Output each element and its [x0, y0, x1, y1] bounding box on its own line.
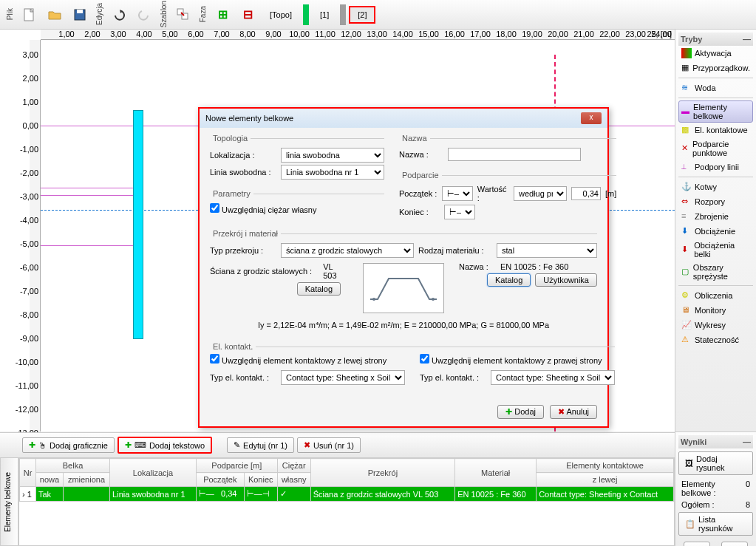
tryby-kotwy[interactable]: ⚓Kotwy	[678, 180, 753, 194]
usun-button[interactable]: ✖ Usuń (nr 1)	[297, 437, 361, 453]
th-przekroj[interactable]: Przekrój	[310, 459, 454, 487]
edytuj-button[interactable]: ✎ Edytuj (nr 1)	[227, 437, 294, 453]
th-podparcie[interactable]: Podparcie [m]	[196, 459, 277, 473]
ruler-unit: 25, [m]	[647, 30, 672, 38]
table-row[interactable]: › 1 Tak Linia swobodna nr 1 ⊢— 0,34 ⊢—⊣ …	[20, 487, 674, 502]
th-lokalizacja[interactable]: Lokalizacja	[110, 459, 197, 487]
phase-marker-2	[340, 4, 346, 25]
dialog-title-text: Nowe elementy belkowe	[205, 114, 293, 123]
th-nr[interactable]: Nr	[20, 459, 36, 487]
kontakt-typ-left-select[interactable]: Contact type: Sheeting x Soil	[281, 370, 405, 385]
koniec-select[interactable]: ⊢—⊣	[444, 205, 475, 219]
legend-topologia: Topologia	[210, 134, 251, 143]
tryby-elementy-belkowe[interactable]: ▬Elementy belkowe	[678, 100, 753, 123]
template-button[interactable]	[171, 3, 195, 27]
kontakt-typ-left-label: Typ el. kontakt. :	[210, 373, 276, 382]
kontakt-left-label[interactable]: Uwzględnij element kontaktowy z lewej st…	[210, 356, 386, 365]
tryby-obliczenia[interactable]: ⚙Obliczenia	[678, 288, 753, 303]
legend-kontakt: El. kontakt.	[210, 342, 256, 351]
open-file-button[interactable]	[43, 3, 67, 27]
mat-nazwa-value: EN 10025 : Fe 360	[500, 262, 568, 271]
tryby-statecznosc[interactable]: ⚠Stateczność	[678, 332, 753, 347]
tryby-aktywacja[interactable]: Aktywacja	[678, 46, 753, 61]
tryby-obszary-sprezyste[interactable]: ▢Obszary sprężyste	[678, 261, 753, 283]
print-bw-button[interactable]	[684, 542, 710, 546]
tab-1[interactable]: [1]	[312, 7, 337, 23]
template-label: Szablon	[160, 1, 168, 27]
lokalizacja-label: Lokalizacja :	[210, 151, 276, 160]
main-toolbar: Plik Edycja Szablon Faza ⊞ ⊟ [Topo] [1] …	[0, 0, 756, 30]
action-bar: ✚🖱 Dodaj graficznie ✚⌨ Dodaj tekstowo ✎ …	[0, 432, 675, 457]
svg-point-17	[372, 298, 375, 301]
nazwa-label: Nazwa :	[399, 150, 443, 159]
ciezar-checkbox-label[interactable]: Uwzględniaj ciężar własny	[210, 203, 316, 214]
nazwa-input[interactable]	[448, 148, 581, 161]
katalog-button-right[interactable]: Katalog	[487, 273, 531, 287]
th-elkontakt[interactable]: Elementy kontaktowe	[537, 459, 674, 473]
th-belka[interactable]: Belka	[35, 459, 109, 473]
ciezar-checkbox[interactable]	[210, 203, 219, 213]
dodaj-graficznie-button[interactable]: ✚🖱 Dodaj graficznie	[22, 437, 115, 453]
tryby-obciazenie[interactable]: ⬇Obciążenie	[678, 224, 753, 239]
legend-nazwa: Nazwa	[399, 134, 430, 143]
dialog-nowe-elementy-belkowe: Nowe elementy belkowe x Topologia Lokali…	[198, 107, 609, 428]
tryby-rozpory[interactable]: ⇔Rozpory	[678, 194, 753, 209]
svg-point-18	[432, 298, 435, 301]
tryby-el-kontaktowe[interactable]: ▩El. kontaktowe	[678, 123, 753, 137]
dialog-close-button[interactable]: x	[581, 112, 602, 124]
koniec-label: Koniec :	[399, 208, 440, 216]
lokalizacja-select[interactable]: linia swobodna	[281, 148, 384, 163]
wyniki-minimize[interactable]: —	[743, 437, 751, 446]
typ-przekroju-select[interactable]: ściana z grodzic stalowych	[281, 243, 414, 258]
add-phase-button[interactable]: ⊞	[211, 3, 234, 27]
lista-rysunkow-button[interactable]: 📋 Lista rysunków	[678, 512, 753, 536]
tryby-obciazenia-belki[interactable]: ⬇Obciążenia belki	[678, 239, 753, 261]
tryby-przyporzadkow[interactable]: ▦Przyporządkow.	[678, 61, 753, 75]
tryby-title: Tryby	[681, 35, 702, 44]
vertical-tab-elementy-belkowe[interactable]: Elementy belkowe	[0, 457, 18, 546]
phase-label: Faza	[199, 6, 207, 22]
wartosc-input[interactable]	[571, 187, 601, 200]
undo-button[interactable]	[107, 3, 131, 27]
tryby-woda[interactable]: ≋Woda	[678, 81, 753, 95]
linia-select[interactable]: Linia swobodna nr 1	[281, 165, 384, 180]
rodzaj-label: Rodzaj materiału :	[418, 246, 492, 255]
anuluj-button[interactable]: ✖ Anuluj	[550, 405, 597, 419]
poczatek-label: Początek :	[399, 189, 437, 198]
rodzaj-select[interactable]: stal	[497, 243, 597, 258]
remove-phase-button[interactable]: ⊟	[236, 3, 259, 27]
kontakt-typ-right-label: Typ el. kontakt. :	[420, 373, 486, 382]
redo-button[interactable]	[132, 3, 156, 27]
th-ciezar[interactable]: Ciężar	[277, 459, 310, 473]
sheet-pile-element[interactable]	[133, 110, 143, 339]
dodaj-button[interactable]: ✚ Dodaj	[497, 405, 544, 419]
kontakt-right-cb[interactable]	[420, 354, 429, 364]
poczatek-select[interactable]: ⊢—	[442, 186, 473, 201]
dodaj-rysunek-button[interactable]: 🖼 Dodaj rysunek	[678, 451, 753, 475]
legend-przekroj: Przekrój i materiał	[210, 229, 281, 238]
dodaj-tekstowo-button[interactable]: ✚⌨ Dodaj tekstowo	[118, 437, 212, 454]
tryby-podpory-linii[interactable]: ⟂Podpory linii	[678, 160, 753, 174]
legend-podparcie: Podparcie	[399, 171, 442, 180]
uzytkownika-button[interactable]: Użytkownika	[535, 273, 597, 287]
save-file-button[interactable]	[68, 3, 92, 27]
tab-topo[interactable]: [Topo]	[262, 7, 300, 23]
th-material[interactable]: Materiał	[455, 459, 537, 487]
mat-nazwa-label: Nazwa :	[459, 262, 496, 271]
data-table: Nr Belka Lokalizacja Podparcie [m] Cięża…	[18, 457, 675, 546]
kontakt-typ-right-select[interactable]: Contact type: Sheeting x Soil	[491, 370, 615, 385]
tab-2[interactable]: [2]	[349, 6, 375, 24]
kontakt-left-cb[interactable]	[210, 354, 219, 364]
kontakt-right-label[interactable]: Uwzględnij element kontaktowy z prawej s…	[420, 356, 602, 365]
katalog-button-left[interactable]: Katalog	[297, 282, 341, 296]
tryby-monitory[interactable]: 🖥Monitory	[678, 303, 753, 318]
tryby-wykresy[interactable]: 📈Wykresy	[678, 318, 753, 332]
shape-preview	[363, 263, 444, 313]
tryby-minimize[interactable]: —	[743, 35, 751, 44]
tryby-zbrojenie[interactable]: ≡Zbrojenie	[678, 209, 753, 224]
wartosc-select[interactable]: według przekroju	[514, 186, 567, 201]
new-file-button[interactable]	[18, 3, 41, 27]
linia-label: Linia swobodna :	[210, 168, 276, 177]
print-color-button[interactable]	[721, 542, 748, 546]
tryby-podparcie-punktowe[interactable]: ✕Podparcie punktowe	[678, 137, 753, 160]
